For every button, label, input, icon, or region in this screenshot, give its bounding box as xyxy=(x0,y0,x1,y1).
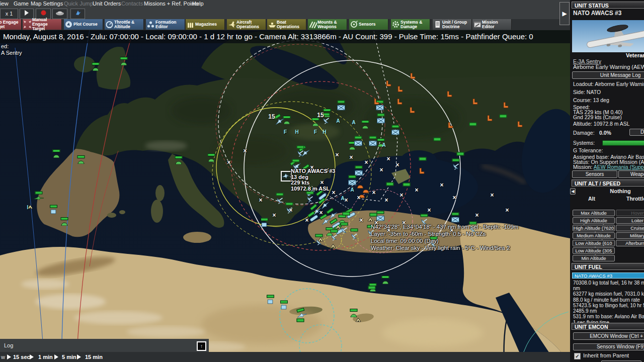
reference-point-marker[interactable]: × xyxy=(427,208,431,213)
facility-marker[interactable] xyxy=(77,160,85,164)
unit-message-log-button[interactable]: Unit Message Log xyxy=(572,71,644,79)
menu-item-game[interactable]: Game xyxy=(14,0,29,8)
throttle-button-loiter[interactable]: Loiter xyxy=(616,217,644,224)
friendly-unit-marker[interactable] xyxy=(262,223,267,227)
reference-point-marker[interactable]: × xyxy=(452,195,456,200)
formation-editor-button[interactable]: FormationEditor xyxy=(146,19,185,30)
contact-letter-label[interactable]: F xyxy=(284,130,287,134)
reference-point-marker[interactable]: × xyxy=(289,208,292,213)
alt-button-4[interactable]: Low Altitude (610 m) xyxy=(573,240,615,246)
reference-point-marker[interactable]: × xyxy=(243,148,247,153)
alt-button-3[interactable]: Medium Altitude (3658 m) xyxy=(573,232,615,239)
time-step-15-sec[interactable]: 15 sec xyxy=(13,352,30,362)
hostile-unit-marker[interactable] xyxy=(385,80,391,87)
reference-point-marker[interactable]: × xyxy=(227,160,230,165)
reference-point-marker[interactable]: × xyxy=(357,195,360,200)
friendly-unit-marker[interactable] xyxy=(281,305,287,310)
radar-site-marker[interactable] xyxy=(297,150,304,157)
reference-point-marker[interactable]: × xyxy=(490,193,494,198)
reference-point-marker[interactable]: × xyxy=(344,198,348,203)
play-1-min-icon[interactable] xyxy=(30,354,34,359)
reference-point-marker[interactable]: × xyxy=(364,160,368,165)
plot-course-button[interactable]: Plot Course xyxy=(64,19,103,30)
play-15-min-icon[interactable] xyxy=(77,354,81,359)
hostile-unit-marker[interactable] xyxy=(419,168,425,174)
reference-point-marker[interactable]: × xyxy=(259,198,262,203)
hostile-unit-marker[interactable] xyxy=(446,91,452,98)
menu-item-map-settings[interactable]: Map Settings xyxy=(31,0,63,8)
mounts-weapons-button[interactable]: Mounts &Weapons xyxy=(308,19,347,30)
hostile-unit-marker[interactable] xyxy=(410,73,416,79)
friendly-aircraft-marker[interactable] xyxy=(296,312,307,319)
time-compression-display[interactable]: x 1 xyxy=(0,9,18,19)
throttle-button-military[interactable]: Military xyxy=(616,232,644,239)
facility-marker[interactable] xyxy=(349,146,356,150)
reference-point-marker[interactable]: × xyxy=(359,218,363,223)
friendly-unit-marker[interactable] xyxy=(51,210,56,214)
reference-point-marker[interactable]: × xyxy=(335,152,339,157)
reference-point-marker[interactable]: × xyxy=(305,218,308,223)
menu-item-missions-ref-points[interactable]: Missions + Ref. Points xyxy=(144,0,199,8)
selected-unit-icon[interactable] xyxy=(281,171,292,182)
hostile-unit-marker[interactable] xyxy=(487,115,493,122)
inherit-from-parent-checkbox[interactable]: ✓ xyxy=(574,353,581,359)
facility-marker[interactable] xyxy=(175,160,182,164)
radar-site-marker[interactable] xyxy=(306,196,313,203)
log-expand-button[interactable]: ↑ xyxy=(197,341,206,351)
contact-marker[interactable] xyxy=(317,237,324,242)
facility-marker[interactable] xyxy=(362,125,369,129)
magazines-button[interactable]: Magazines xyxy=(186,19,225,30)
hostile-unit-marker[interactable] xyxy=(503,102,509,109)
mission-link[interactable]: AEW Romania (Support mission) xyxy=(594,164,644,170)
play-button[interactable] xyxy=(20,9,34,19)
friendly-unit-marker[interactable] xyxy=(268,300,273,304)
reference-point-marker[interactable]: × xyxy=(386,156,390,161)
installation-marker[interactable] xyxy=(337,105,345,111)
installation-marker[interactable] xyxy=(354,141,362,146)
alt-button-1[interactable]: High Altitude (10973 m) xyxy=(573,217,615,224)
sensors-button[interactable]: Sensors xyxy=(349,19,388,30)
radar-site-marker[interactable] xyxy=(331,234,338,241)
menu-item-unit-orders[interactable]: Unit Orders xyxy=(93,0,121,8)
contact-letter-label[interactable]: A xyxy=(382,143,385,147)
contact-marker[interactable] xyxy=(330,244,336,248)
time-step-15-min[interactable]: 15 min xyxy=(85,352,103,362)
emcon-window-button[interactable]: EMCON Window (Ctrl + F9) xyxy=(573,332,644,340)
radar-site-marker[interactable] xyxy=(351,233,358,240)
reference-point-marker[interactable]: × xyxy=(475,213,478,218)
hostile-unit-marker[interactable] xyxy=(409,107,415,114)
pointer-tool-button[interactable] xyxy=(70,9,85,19)
facility-marker[interactable] xyxy=(61,222,68,226)
menu-item-help[interactable]: Help xyxy=(192,0,204,8)
contact-letter-label[interactable]: A xyxy=(350,188,354,192)
aircraft-operations-button[interactable]: AircraftOperations xyxy=(227,19,266,30)
alt-button-0[interactable]: Max Altitude xyxy=(573,210,615,216)
facility-marker[interactable] xyxy=(92,67,99,71)
reference-point-marker[interactable]: × xyxy=(440,183,443,188)
reference-point-marker[interactable]: × xyxy=(372,190,375,195)
hostile-group-marker[interactable] xyxy=(363,189,369,194)
contact-letter-label[interactable]: H xyxy=(323,130,326,134)
time-step-1-min[interactable]: 1 min xyxy=(38,352,53,362)
hostile-unit-marker[interactable] xyxy=(447,122,453,129)
friendly-aircraft-marker[interactable] xyxy=(319,200,330,210)
reference-point-marker[interactable]: × xyxy=(415,188,418,193)
fuel-selected-unit[interactable]: NATO AWACS #3 xyxy=(572,273,644,279)
radar-site-marker[interactable] xyxy=(276,198,283,204)
message-log-bar[interactable]: Log ↑ xyxy=(0,339,209,352)
friendly-aircraft-marker[interactable] xyxy=(34,196,44,201)
contact-letter-label[interactable]: A xyxy=(336,119,340,123)
hostile-unit-marker[interactable] xyxy=(517,121,523,128)
sensors-window-button[interactable]: Sensors Window (F9) xyxy=(573,343,644,350)
reference-point-marker[interactable]: × xyxy=(379,167,383,172)
hostile-group-marker[interactable] xyxy=(357,185,364,189)
time-step-5-min[interactable]: 5 min xyxy=(62,352,76,362)
contact-letter-label[interactable]: A xyxy=(352,120,355,125)
weapons-button[interactable]: Weapons xyxy=(618,170,644,178)
contact-letter-label[interactable]: H xyxy=(295,130,298,134)
facility-marker[interactable] xyxy=(312,122,319,126)
contact-marker[interactable] xyxy=(335,225,341,229)
hostile-unit-marker[interactable] xyxy=(373,99,379,105)
mission-editor-button[interactable]: MissionEditor xyxy=(472,19,512,30)
map-viewport[interactable]: AAAAAFFHHI××××××××××××××××××××××××××××××… xyxy=(0,0,570,362)
